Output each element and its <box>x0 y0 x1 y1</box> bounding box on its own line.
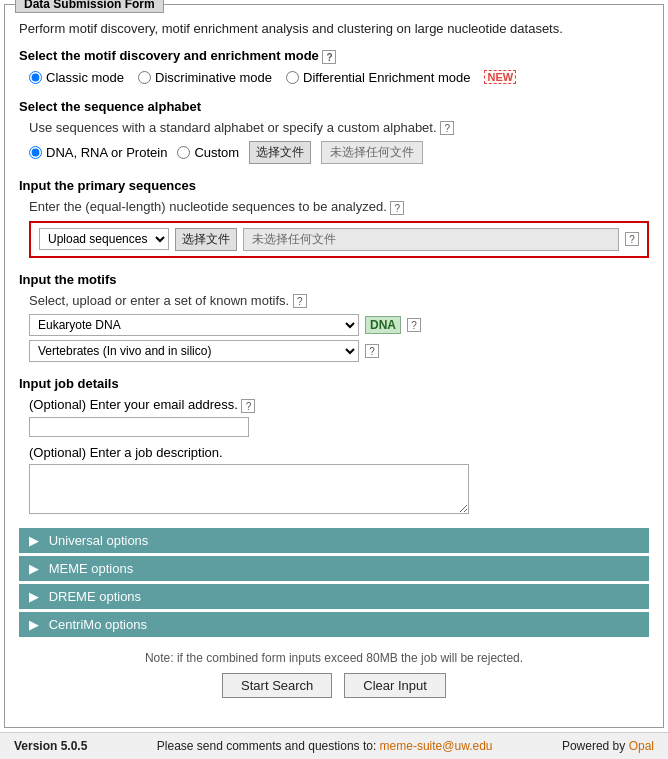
alphabet-section: Select the sequence alphabet Use sequenc… <box>19 99 649 165</box>
footer: Version 5.0.5 Please send comments and q… <box>0 732 668 759</box>
motifs-sub: Select, upload or enter a set of known m… <box>29 293 649 309</box>
dna-rna-protein-label: DNA, RNA or Protein <box>46 145 167 160</box>
alphabet-help-icon[interactable]: ? <box>440 121 454 135</box>
desc-textarea[interactable] <box>29 464 469 514</box>
primary-seq-sub-text: Enter the (equal-length) nucleotide sequ… <box>29 199 387 214</box>
universal-options-label: Universal options <box>49 533 149 548</box>
primary-seq-label: Input the primary sequences <box>19 178 196 193</box>
differential-mode-radio[interactable] <box>286 71 299 84</box>
universal-options-btn[interactable]: ▶ Universal options <box>19 528 649 553</box>
classic-mode-label: Classic mode <box>46 70 124 85</box>
primary-seq-title: Input the primary sequences <box>19 178 649 193</box>
primary-seq-upload-select[interactable]: Upload sequences Paste sequences Select … <box>39 228 169 250</box>
primary-seq-file-label: 未选择任何文件 <box>243 228 619 251</box>
footer-contact: Please send comments and questions to: m… <box>157 739 493 753</box>
email-input[interactable] <box>29 417 249 437</box>
motif-mode-label: Select the motif discovery and enrichmen… <box>19 48 319 63</box>
motifs-dna-help-icon[interactable]: ? <box>407 318 421 332</box>
motif-mode-section: Select the motif discovery and enrichmen… <box>19 48 649 85</box>
new-badge: NEW <box>484 70 516 84</box>
email-help-icon[interactable]: ? <box>241 399 255 413</box>
classic-mode-option[interactable]: Classic mode <box>29 70 124 85</box>
centrimo-options-arrow: ▶ <box>29 617 39 632</box>
job-details-title: Input job details <box>19 376 649 391</box>
footer-powered-label: Powered by <box>562 739 625 753</box>
motifs-sub-row: Vertebrates (In vivo and in silico) Othe… <box>29 340 649 362</box>
meme-options-label: MEME options <box>49 561 134 576</box>
dna-rna-protein-radio[interactable] <box>29 146 42 159</box>
dreme-options-btn[interactable]: ▶ DREME options <box>19 584 649 609</box>
footer-version: Version 5.0.5 <box>14 739 87 753</box>
motifs-title: Input the motifs <box>19 272 649 287</box>
dreme-options-arrow: ▶ <box>29 589 39 604</box>
centrimo-options-label: CentriMo options <box>49 617 147 632</box>
discriminative-mode-option[interactable]: Discriminative mode <box>138 70 272 85</box>
alphabet-sub: Use sequences with a standard alphabet o… <box>29 120 649 136</box>
action-row: Start Search Clear Input <box>19 673 649 698</box>
primary-seq-help-icon[interactable]: ? <box>390 201 404 215</box>
classic-mode-radio[interactable] <box>29 71 42 84</box>
alphabet-label: Select the sequence alphabet <box>19 99 201 114</box>
custom-alphabet-radio[interactable] <box>177 146 190 159</box>
primary-seq-section: Input the primary sequences Enter the (e… <box>19 178 649 258</box>
job-details-section: Input job details (Optional) Enter your … <box>19 376 649 514</box>
clear-input-button[interactable]: Clear Input <box>344 673 446 698</box>
alphabet-radio-group: DNA, RNA or Protein Custom 选择文件 未选择任何文件 <box>29 141 649 164</box>
motifs-label: Input the motifs <box>19 272 117 287</box>
custom-alphabet-label: Custom <box>194 145 239 160</box>
primary-seq-file-help-icon[interactable]: ? <box>625 232 639 246</box>
footer-powered: Powered by Opal <box>562 739 654 753</box>
email-label: (Optional) Enter your email address. <box>29 397 238 412</box>
options-section: ▶ Universal options ▶ MEME options ▶ DRE… <box>19 528 649 637</box>
dna-rna-protein-option[interactable]: DNA, RNA or Protein <box>29 145 167 160</box>
motifs-help-icon[interactable]: ? <box>293 294 307 308</box>
universal-options-arrow: ▶ <box>29 533 39 548</box>
footer-email-link[interactable]: meme-suite@uw.edu <box>380 739 493 753</box>
dna-badge: DNA <box>365 316 401 334</box>
motif-mode-help-icon[interactable]: ? <box>322 50 336 64</box>
differential-mode-label: Differential Enrichment mode <box>303 70 470 85</box>
start-search-button[interactable]: Start Search <box>222 673 332 698</box>
note-text: Note: if the combined form inputs exceed… <box>19 651 649 665</box>
primary-seq-file-button[interactable]: 选择文件 <box>175 228 237 251</box>
form-tab-title: Data Submission Form <box>15 0 164 13</box>
meme-options-btn[interactable]: ▶ MEME options <box>19 556 649 581</box>
differential-mode-option[interactable]: Differential Enrichment mode <box>286 70 470 85</box>
desc-label: (Optional) Enter a job description. <box>29 445 223 460</box>
motif-mode-radio-group: Classic mode Discriminative mode Differe… <box>29 70 649 85</box>
alphabet-file-label: 未选择任何文件 <box>321 141 423 164</box>
alphabet-file-button[interactable]: 选择文件 <box>249 141 311 164</box>
primary-seq-upload-box: Upload sequences Paste sequences Select … <box>29 221 649 258</box>
footer-contact-label: Please send comments and questions to: <box>157 739 376 753</box>
dreme-options-label: DREME options <box>49 589 141 604</box>
primary-seq-sub: Enter the (equal-length) nucleotide sequ… <box>29 199 649 215</box>
motifs-section: Input the motifs Select, upload or enter… <box>19 272 649 363</box>
footer-opal-link[interactable]: Opal <box>629 739 654 753</box>
job-details-label: Input job details <box>19 376 119 391</box>
meme-options-arrow: ▶ <box>29 561 39 576</box>
discriminative-mode-radio[interactable] <box>138 71 151 84</box>
centrimo-options-btn[interactable]: ▶ CentriMo options <box>19 612 649 637</box>
motif-mode-title: Select the motif discovery and enrichmen… <box>19 48 649 64</box>
motifs-sub-text: Select, upload or enter a set of known m… <box>29 293 289 308</box>
custom-alphabet-option[interactable]: Custom <box>177 145 239 160</box>
discriminative-mode-label: Discriminative mode <box>155 70 272 85</box>
motifs-db-select[interactable]: Eukaryote DNA Human DNA Mouse DNA Other <box>29 314 359 336</box>
motifs-sub-help-icon[interactable]: ? <box>365 344 379 358</box>
alphabet-title: Select the sequence alphabet <box>19 99 649 114</box>
motifs-db-row: Eukaryote DNA Human DNA Mouse DNA Other … <box>29 314 649 336</box>
motifs-sub-select[interactable]: Vertebrates (In vivo and in silico) Othe… <box>29 340 359 362</box>
alphabet-sub-text: Use sequences with a standard alphabet o… <box>29 120 437 135</box>
intro-text: Perform motif discovery, motif enrichmen… <box>19 21 649 36</box>
